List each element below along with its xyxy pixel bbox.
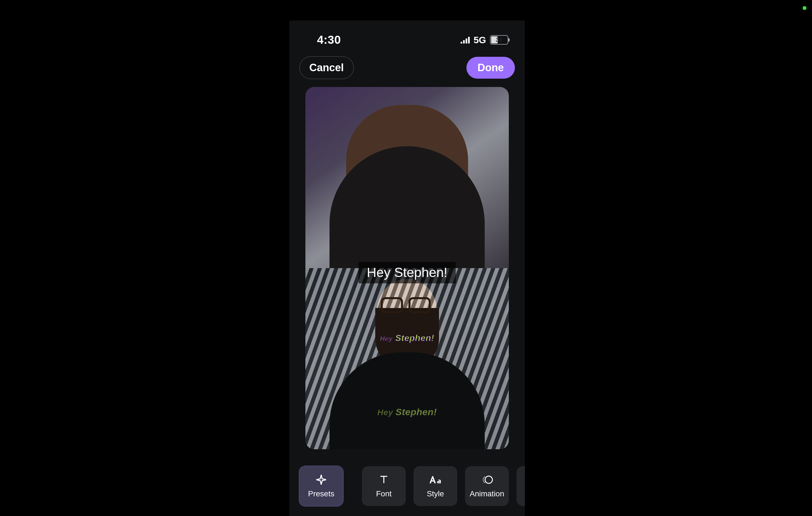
cancel-button[interactable]: Cancel: [299, 56, 354, 79]
recording-indicator-dot: [803, 6, 807, 10]
text-type-icon: [378, 474, 390, 486]
tool-style[interactable]: Style: [413, 466, 457, 506]
person-silhouette: [346, 105, 468, 282]
app-stage: 4:30 5G 38 Cancel Done: [0, 0, 812, 516]
preview-speaker-2: [306, 268, 509, 449]
svg-point-0: [485, 476, 492, 483]
editor-nav: Cancel Done: [289, 54, 525, 82]
caption-toolbar[interactable]: Presets Font Style Animation: [299, 466, 525, 506]
phone-screen: 4:30 5G 38 Cancel Done: [289, 21, 525, 516]
caption-word-hey: Hey: [380, 335, 393, 342]
tool-label: Animation: [470, 489, 504, 498]
preview-speaker-1: [306, 87, 509, 268]
caption-word-stephen: Stephen!: [395, 333, 434, 343]
background-pattern: [306, 268, 509, 449]
tool-next-peek[interactable]: [517, 466, 525, 506]
battery-percent: 38: [496, 36, 502, 43]
tool-presets[interactable]: Presets: [299, 466, 343, 506]
status-bar: 4:30 5G 38: [289, 29, 525, 51]
video-preview[interactable]: Hey Stephen! Hey Stephen! Hey Stephen!: [306, 87, 509, 449]
tool-font[interactable]: Font: [362, 466, 406, 506]
status-time: 4:30: [317, 33, 341, 47]
caption-preset-muted[interactable]: Hey Stephen!: [377, 406, 437, 417]
network-type: 5G: [474, 35, 486, 45]
tool-label: Presets: [308, 489, 335, 498]
signal-bars-icon: [461, 36, 470, 43]
sparkle-icon: [315, 474, 327, 486]
tool-animation[interactable]: Animation: [465, 466, 509, 506]
tool-label: Style: [427, 489, 444, 498]
battery-icon: 38: [490, 35, 508, 44]
caption-preset-neon[interactable]: Hey Stephen!: [380, 333, 434, 343]
status-indicators: 5G 38: [461, 35, 508, 45]
done-button[interactable]: Done: [466, 57, 515, 79]
glasses-icon: [381, 297, 433, 313]
caption-word-stephen: Stephen!: [396, 406, 437, 417]
tool-label: Font: [376, 489, 392, 498]
caption-preset-basic[interactable]: Hey Stephen!: [358, 262, 456, 283]
caption-word-hey: Hey: [377, 408, 393, 417]
aa-style-icon: [428, 474, 442, 486]
motion-circles-icon: [481, 474, 493, 486]
